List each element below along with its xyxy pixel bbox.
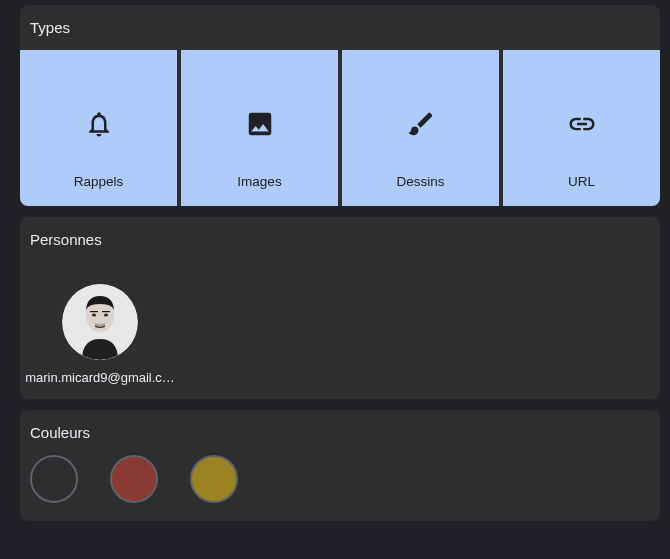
type-tile-rappels[interactable]: Rappels: [20, 50, 177, 206]
svg-rect-6: [102, 311, 110, 312]
type-label: Rappels: [74, 174, 124, 189]
svg-point-3: [92, 314, 96, 317]
types-title: Types: [20, 5, 660, 50]
color-swatch-dark[interactable]: [30, 455, 78, 503]
bell-icon: [84, 109, 114, 139]
person-item[interactable]: marin.micard9@gmail.c…: [22, 262, 178, 385]
color-swatch-olive[interactable]: [190, 455, 238, 503]
colors-title: Couleurs: [20, 410, 660, 455]
avatar: [62, 284, 138, 360]
colors-panel: Couleurs: [20, 410, 660, 521]
color-swatch-red[interactable]: [110, 455, 158, 503]
svg-rect-5: [90, 311, 98, 312]
type-label: Images: [237, 174, 281, 189]
type-tile-url[interactable]: URL: [503, 50, 660, 206]
brush-icon: [406, 109, 436, 139]
type-label: URL: [568, 174, 595, 189]
link-icon: [567, 109, 597, 139]
svg-point-4: [104, 314, 108, 317]
types-panel: Types Rappels Images Dessins URL: [20, 5, 660, 206]
person-email: marin.micard9@gmail.c…: [25, 370, 175, 385]
type-tile-images[interactable]: Images: [181, 50, 338, 206]
type-tile-dessins[interactable]: Dessins: [342, 50, 499, 206]
image-icon: [245, 109, 275, 139]
people-panel: Personnes: [20, 217, 660, 399]
type-label: Dessins: [396, 174, 444, 189]
people-list: marin.micard9@gmail.c…: [20, 262, 660, 399]
colors-list: [20, 455, 660, 521]
people-title: Personnes: [20, 217, 660, 262]
types-grid: Rappels Images Dessins URL: [20, 50, 660, 206]
